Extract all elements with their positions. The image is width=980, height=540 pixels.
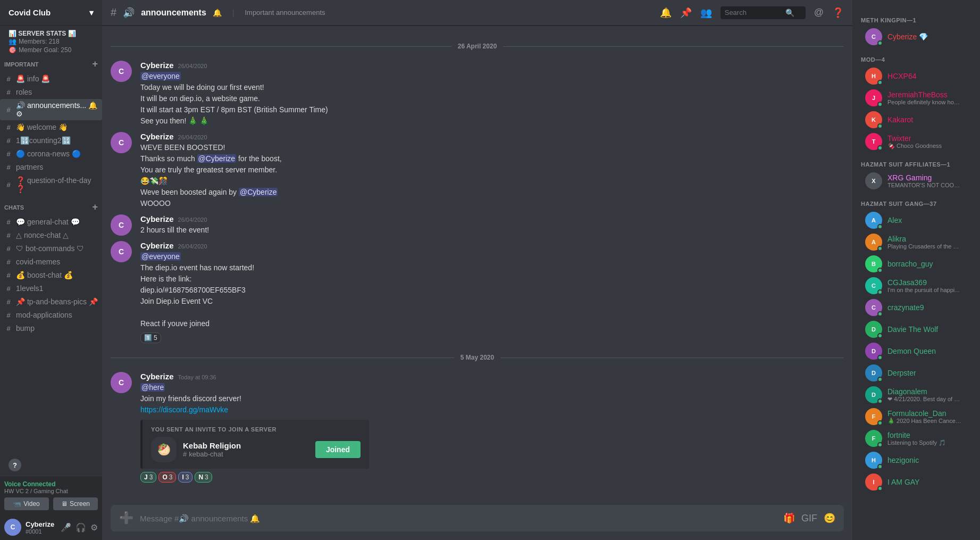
channel-partners[interactable]: # partners — [0, 161, 102, 173]
member-name: Twixter — [887, 134, 971, 143]
channel-levels[interactable]: # 1levels1 — [0, 282, 102, 295]
member-avatar: F — [865, 430, 882, 447]
search-input[interactable] — [725, 9, 783, 16]
hash-icon: # — [4, 150, 13, 158]
channel-corona-news[interactable]: # 🔵 corona-news 🔵 — [0, 147, 102, 160]
help-button[interactable]: ? — [9, 459, 21, 471]
voice-status: Voice Connected — [4, 480, 98, 488]
channel-nonce-chat[interactable]: # △ nonce-chat △ — [0, 229, 102, 242]
channel-general-chat[interactable]: # 💬 general-chat 💬 — [0, 215, 102, 228]
reaction[interactable]: 1️⃣ 5 — [140, 333, 161, 343]
gif-icon[interactable]: GIF — [801, 513, 817, 524]
member-avatar: A — [865, 234, 882, 251]
message-group: C Cyberize 26/04/2020 @everyone The diep… — [102, 239, 852, 345]
message-author[interactable]: Cyberize — [140, 214, 174, 223]
voice-channel: HW VC 2 / Gaming Chat — [4, 488, 98, 494]
channel-welcome[interactable]: # 👋 welcome 👋 — [0, 121, 102, 134]
member-avatar: K — [865, 111, 882, 128]
members-icon[interactable]: 👥 — [700, 7, 712, 19]
important-section-header[interactable]: IMPORTANT + — [0, 59, 102, 72]
channel-tp-pics[interactable]: # 📌 tp-and-beans-pics 📌 — [0, 295, 102, 308]
member-item[interactable]: D Diagonalem ❤ 4/21/2020. Best day of my… — [857, 384, 976, 405]
channel-bump[interactable]: # bump — [0, 322, 102, 335]
member-item[interactable]: I I AM GAY — [857, 471, 976, 493]
member-name: Diagonalem — [887, 387, 971, 396]
message-author[interactable]: Cyberize — [140, 372, 174, 381]
member-avatar: I — [865, 473, 882, 491]
member-status: Playing Crusaders of the Lost l... — [887, 243, 962, 250]
notification-bell-icon[interactable]: 🔔 — [660, 7, 672, 19]
message-content: Cyberize Today at 09:36 @here Join my fr… — [140, 372, 844, 483]
gift-icon[interactable]: 🎁 — [783, 512, 795, 524]
chevron-down-icon: ▾ — [89, 8, 94, 18]
microphone-icon[interactable]: 🎤 — [61, 522, 71, 533]
member-item[interactable]: T Twixter 🍫 Choco Goodness — [857, 131, 976, 152]
channel-roles[interactable]: # roles — [0, 86, 102, 98]
at-icon[interactable]: @ — [814, 7, 824, 18]
reaction-bar: J 3 O 3 I 3 N 3 — [140, 472, 844, 483]
channel-announcements[interactable]: # 🔊 announcements... 🔔⚙ — [0, 99, 102, 120]
member-item[interactable]: H hezigonic — [857, 450, 976, 471]
add-attachment-icon[interactable]: ➕ — [119, 505, 133, 531]
member-item[interactable]: F fortnite Listening to Spotify 🎵 — [857, 428, 976, 449]
message-timestamp: 26/04/2020 — [178, 134, 207, 140]
server-header[interactable]: Covid Club ▾ — [0, 0, 102, 26]
channel-covid-memes[interactable]: # covid-memes — [0, 255, 102, 268]
channel-bot-commands[interactable]: # 🛡 bot-commands 🛡 — [0, 242, 102, 255]
sidebar-scroll: 📊 SERVER STATS 📊 👥 Members: 218 🎯 Member… — [0, 26, 102, 454]
settings-icon[interactable]: ⚙ — [90, 522, 98, 533]
user-discriminator: #0001 — [26, 528, 56, 535]
member-item[interactable]: A Alikra Playing Crusaders of the Lost l… — [857, 231, 976, 253]
channel-qotd[interactable]: # ❓ question-of-the-day ❓ — [0, 174, 102, 195]
emoji-icon[interactable]: 😊 — [824, 512, 835, 524]
message-input-inner: ➕ 🎁 GIF 😊 — [111, 505, 844, 531]
add-chat-icon[interactable]: + — [92, 202, 98, 213]
member-item[interactable]: C CGJasa369 I'm on the pursuit of happi.… — [857, 275, 976, 296]
reaction-j[interactable]: J 3 — [140, 472, 156, 483]
message-author[interactable]: Cyberize — [140, 241, 174, 250]
channel-info[interactable]: # 🚨 info 🚨 — [0, 72, 102, 85]
discord-invite-link[interactable]: https://discord.gg/maWvke — [140, 405, 228, 414]
member-item[interactable]: H HCXP64 — [857, 65, 976, 87]
voice-connected-area: Voice Connected HW VC 2 / Gaming Chat 📹 … — [0, 476, 102, 514]
member-item[interactable]: F Formulacole_Dan 🎄 2020 Has Been Cancel… — [857, 406, 976, 427]
member-item[interactable]: B borracho_guy — [857, 253, 976, 275]
member-avatar: H — [865, 452, 882, 469]
member-item[interactable]: A Alex — [857, 210, 976, 231]
reaction-i[interactable]: I 3 — [178, 472, 192, 483]
stats-title: 📊 SERVER STATS 📊 — [9, 30, 94, 37]
pin-icon[interactable]: 📌 — [680, 7, 692, 19]
member-item[interactable]: C crazynate9 — [857, 297, 976, 318]
reaction-o[interactable]: O 3 — [158, 472, 176, 483]
reaction-n[interactable]: N 3 — [195, 472, 212, 483]
channel-mod-applications[interactable]: # mod-applications — [0, 309, 102, 321]
member-item[interactable]: K Kakarot — [857, 109, 976, 130]
message-input[interactable] — [140, 508, 777, 529]
member-name: Alikra — [887, 235, 971, 243]
message-timestamp: 26/04/2020 — [178, 63, 207, 69]
member-item[interactable]: D Davie The Wolf — [857, 319, 976, 340]
member-item[interactable]: D Derpster — [857, 362, 976, 384]
message-author[interactable]: Cyberize — [140, 61, 174, 70]
member-item[interactable]: J JeremiahTheBoss People definitely know… — [857, 87, 976, 109]
member-item[interactable]: X XRG Gaming TEMANTOR'S NOT COOL 🛡 — [857, 170, 976, 192]
chats-section-header[interactable]: CHATS + — [0, 202, 102, 215]
message-header: Cyberize 26/04/2020 — [140, 214, 844, 223]
help-icon[interactable]: ❓ — [832, 7, 844, 19]
header-actions: 🔔 📌 👥 🔍 @ ❓ — [660, 6, 844, 19]
avatar: C — [111, 132, 132, 153]
screen-button[interactable]: 🖥 Screen — [53, 497, 98, 510]
search-box[interactable]: 🔍 — [721, 6, 806, 19]
video-button[interactable]: 📹 Video — [4, 497, 49, 510]
member-item[interactable]: D Demon Queen — [857, 340, 976, 362]
add-channel-icon[interactable]: + — [92, 59, 98, 70]
headset-icon[interactable]: 🎧 — [76, 522, 86, 533]
member-item[interactable]: C Cyberize 💎 — [857, 26, 976, 47]
message-author[interactable]: Cyberize — [140, 132, 174, 141]
channel-counting[interactable]: # 1🔢counting2🔢 — [0, 134, 102, 147]
member-status: ❤ 4/21/2020. Best day of my... — [887, 396, 962, 403]
channel-boost-chat[interactable]: # 💰 boost-chat 💰 — [0, 269, 102, 281]
message-text: 2 hours till the event! — [140, 225, 844, 236]
join-button[interactable]: Joined — [315, 441, 361, 458]
member-name: XRG Gaming — [887, 173, 971, 182]
